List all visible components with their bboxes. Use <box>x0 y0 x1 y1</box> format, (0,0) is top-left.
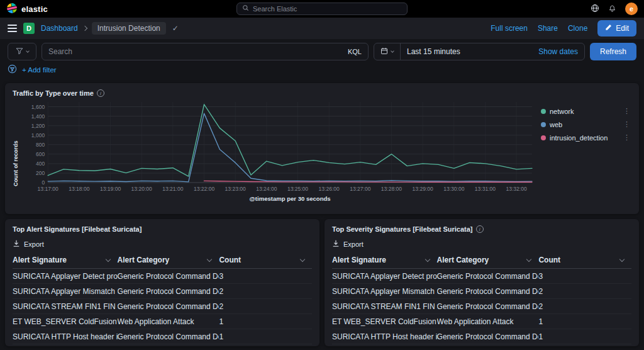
cell-signature: SURICATA Applayer Mismatch ... <box>332 287 437 296</box>
cell-signature: SURICATA Applayer Detect pro... <box>332 272 437 281</box>
breadcrumb-current[interactable]: Intrusion Detection <box>92 22 166 35</box>
cell-count: 3 <box>538 272 631 281</box>
kebab-menu-icon[interactable]: ⋮ <box>623 133 631 142</box>
svg-text:13:29:00: 13:29:00 <box>413 186 433 192</box>
column-header-alert-category[interactable]: Alert Category <box>118 256 219 264</box>
chart-body: Count of records 13:17:0013:18:0013:19:0… <box>13 98 631 204</box>
pencil-icon <box>605 24 612 33</box>
nav-bar: D Dashboard Intrusion Detection ✓ Full s… <box>0 18 644 39</box>
cell-count: 2 <box>219 302 312 311</box>
svg-text:1,000: 1,000 <box>31 132 45 138</box>
table-header: Alert Signature Alert Category Count <box>13 252 312 269</box>
share-button[interactable]: Share <box>538 24 558 33</box>
svg-text:13:19:00: 13:19:00 <box>100 186 121 192</box>
table-row: SURICATA STREAM excessive r... Generic P… <box>332 344 631 346</box>
cell-category: Generic Protocol Command De... <box>118 272 219 281</box>
table-row: SURICATA Applayer Detect pro... Generic … <box>332 269 631 284</box>
deployment-badge[interactable]: D <box>23 23 35 34</box>
legend-item[interactable]: network ⋮ <box>541 107 631 115</box>
elastic-logo[interactable]: elastic <box>6 3 48 16</box>
chevron-down-icon <box>207 257 212 262</box>
breadcrumb-dashboard[interactable]: Dashboard <box>41 24 78 33</box>
cell-signature: SURICATA Applayer Mismatch ... <box>13 287 118 296</box>
table-row: ET WEB_SERVER ColdFusion a... Web Applic… <box>332 314 631 329</box>
legend-label: web <box>550 121 562 128</box>
cell-count: 2 <box>219 287 312 296</box>
table-row: SURICATA STREAM excessive r... Generic P… <box>13 344 312 346</box>
svg-text:13:23:00: 13:23:00 <box>225 186 246 192</box>
global-search[interactable] <box>236 3 408 15</box>
column-header-count[interactable]: Count <box>219 256 312 264</box>
svg-text:13:31:00: 13:31:00 <box>475 186 496 192</box>
table-row: SURICATA STREAM FIN1 FIN w... Generic Pr… <box>13 299 312 314</box>
table-row: SURICATA Applayer Detect pro... Generic … <box>13 269 312 284</box>
logo-text: elastic <box>21 4 48 14</box>
user-avatar[interactable]: e <box>625 3 638 15</box>
chevron-down-icon <box>300 257 305 262</box>
cell-signature: SURICATA HTTP Host header i... <box>332 332 437 341</box>
globe-icon[interactable] <box>591 4 599 14</box>
cell-signature: SURICATA STREAM FIN1 FIN w... <box>13 302 118 311</box>
download-icon <box>13 240 20 249</box>
column-header-alert-signature[interactable]: Alert Signature <box>13 256 118 264</box>
chevron-down-icon <box>526 257 531 262</box>
column-header-count[interactable]: Count <box>538 256 631 264</box>
saved-query-menu-button[interactable] <box>8 43 36 60</box>
legend-label: network <box>550 108 574 115</box>
svg-text:13:20:00: 13:20:00 <box>131 186 152 192</box>
cell-category: Generic Protocol Command De... <box>437 287 539 296</box>
column-header-alert-signature[interactable]: Alert Signature <box>332 256 437 264</box>
svg-text:1,400: 1,400 <box>31 113 45 120</box>
cell-category: Generic Protocol Command De... <box>437 302 539 311</box>
cell-count: 1 <box>538 317 631 326</box>
edit-button-label: Edit <box>616 24 629 33</box>
legend-dot-network <box>541 109 546 114</box>
notifications-icon[interactable] <box>608 4 616 14</box>
show-dates-link[interactable]: Show dates <box>538 47 584 56</box>
refresh-button[interactable]: Refresh <box>590 43 636 60</box>
cell-count: 2 <box>538 287 631 296</box>
cell-category: Generic Protocol Command De... <box>118 287 219 296</box>
edit-button[interactable]: Edit <box>597 20 636 37</box>
info-icon[interactable]: i <box>97 89 104 97</box>
kql-selector[interactable]: KQL <box>348 48 362 55</box>
severity-signatures-panel: Top Severity Signatures [Filebeat Surica… <box>325 219 639 346</box>
cell-count: 3 <box>219 272 312 281</box>
svg-text:13:24:00: 13:24:00 <box>256 186 277 192</box>
svg-text:13:21:00: 13:21:00 <box>162 186 183 192</box>
nav-actions: Full screen Share Clone Edit <box>491 20 636 37</box>
query-bar: KQL Last 15 minutes Show dates Refresh <box>0 39 644 63</box>
kebab-menu-icon[interactable]: ⋮ <box>623 107 631 115</box>
legend-item[interactable]: web ⋮ <box>541 120 631 128</box>
cell-signature: SURICATA STREAM FIN1 FIN w... <box>332 302 437 311</box>
global-search-input[interactable] <box>253 5 402 13</box>
cell-category: Generic Protocol Command De... <box>437 332 539 341</box>
column-header-alert-category[interactable]: Alert Category <box>437 256 539 264</box>
svg-text:1,600: 1,600 <box>31 104 45 110</box>
legend-item[interactable]: intrusion_detection ⋮ <box>541 133 631 142</box>
cell-category: Web Application Attack <box>437 317 539 326</box>
export-button[interactable]: Export <box>13 240 312 249</box>
time-range-label[interactable]: Last 15 minutes <box>401 47 467 56</box>
cell-count: 2 <box>538 302 631 311</box>
y-axis-title: Count of records <box>13 98 19 186</box>
menu-icon[interactable] <box>8 25 17 32</box>
svg-text:13:26:00: 13:26:00 <box>319 186 340 192</box>
clone-button[interactable]: Clone <box>568 24 587 33</box>
query-search-input[interactable] <box>48 47 343 56</box>
full-screen-button[interactable]: Full screen <box>491 24 528 33</box>
table-header: Alert Signature Alert Category Count <box>332 252 631 269</box>
query-search-box[interactable]: KQL <box>42 43 369 60</box>
header-icons: e <box>591 3 638 15</box>
add-filter-link[interactable]: + Add filter <box>22 66 57 74</box>
cell-signature: ET WEB_SERVER ColdFusion a... <box>332 317 437 326</box>
calendar-icon <box>380 47 388 57</box>
cell-signature: ET WEB_SERVER ColdFusion a... <box>13 317 118 326</box>
export-button[interactable]: Export <box>332 240 631 249</box>
kebab-menu-icon[interactable]: ⋮ <box>623 120 631 128</box>
calendar-button[interactable] <box>374 43 401 60</box>
tables-row: Top Alert Signatures [Filebeat Suricata]… <box>5 219 639 346</box>
info-icon[interactable]: i <box>476 225 484 233</box>
filter-circle-icon[interactable] <box>8 64 17 76</box>
svg-text:13:27:00: 13:27:00 <box>350 186 370 192</box>
